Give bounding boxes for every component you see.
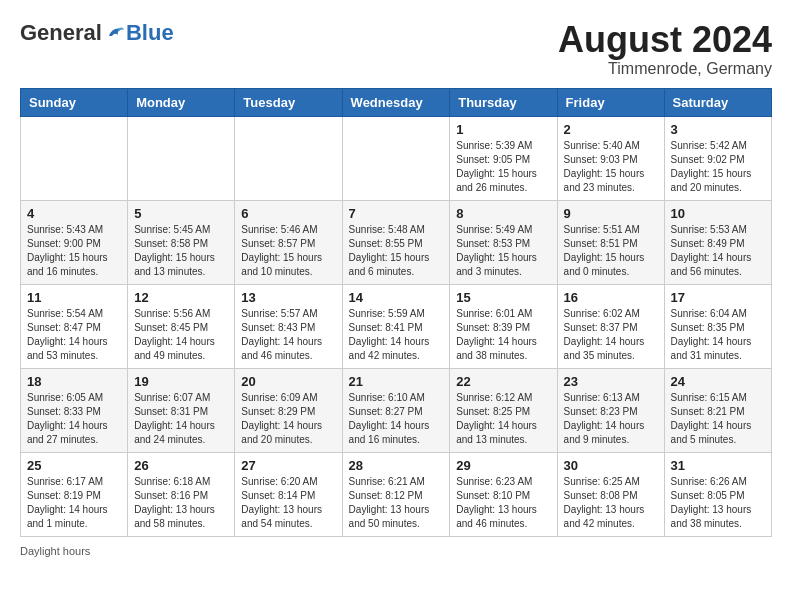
days-of-week-row: SundayMondayTuesdayWednesdayThursdayFrid… [21, 88, 772, 116]
day-info: Sunrise: 6:12 AM Sunset: 8:25 PM Dayligh… [456, 391, 550, 447]
month-year-title: August 2024 [558, 20, 772, 60]
day-number: 18 [27, 374, 121, 389]
calendar-cell: 14Sunrise: 5:59 AM Sunset: 8:41 PM Dayli… [342, 284, 450, 368]
page-header: General Blue August 2024 Timmenrode, Ger… [20, 20, 772, 78]
day-number: 29 [456, 458, 550, 473]
day-info: Sunrise: 5:53 AM Sunset: 8:49 PM Dayligh… [671, 223, 765, 279]
calendar-week-3: 11Sunrise: 5:54 AM Sunset: 8:47 PM Dayli… [21, 284, 772, 368]
day-info: Sunrise: 5:46 AM Sunset: 8:57 PM Dayligh… [241, 223, 335, 279]
day-info: Sunrise: 5:43 AM Sunset: 9:00 PM Dayligh… [27, 223, 121, 279]
day-info: Sunrise: 6:07 AM Sunset: 8:31 PM Dayligh… [134, 391, 228, 447]
calendar-cell: 20Sunrise: 6:09 AM Sunset: 8:29 PM Dayli… [235, 368, 342, 452]
day-info: Sunrise: 5:39 AM Sunset: 9:05 PM Dayligh… [456, 139, 550, 195]
day-number: 28 [349, 458, 444, 473]
logo-bird-icon [106, 24, 124, 42]
calendar-cell: 19Sunrise: 6:07 AM Sunset: 8:31 PM Dayli… [128, 368, 235, 452]
calendar-cell: 9Sunrise: 5:51 AM Sunset: 8:51 PM Daylig… [557, 200, 664, 284]
calendar-cell: 25Sunrise: 6:17 AM Sunset: 8:19 PM Dayli… [21, 452, 128, 536]
day-info: Sunrise: 6:26 AM Sunset: 8:05 PM Dayligh… [671, 475, 765, 531]
calendar-cell: 18Sunrise: 6:05 AM Sunset: 8:33 PM Dayli… [21, 368, 128, 452]
calendar-cell: 6Sunrise: 5:46 AM Sunset: 8:57 PM Daylig… [235, 200, 342, 284]
day-number: 26 [134, 458, 228, 473]
day-info: Sunrise: 5:57 AM Sunset: 8:43 PM Dayligh… [241, 307, 335, 363]
calendar-cell: 31Sunrise: 6:26 AM Sunset: 8:05 PM Dayli… [664, 452, 771, 536]
calendar-week-5: 25Sunrise: 6:17 AM Sunset: 8:19 PM Dayli… [21, 452, 772, 536]
day-number: 12 [134, 290, 228, 305]
day-info: Sunrise: 5:51 AM Sunset: 8:51 PM Dayligh… [564, 223, 658, 279]
daylight-hours-label: Daylight hours [20, 545, 90, 557]
day-info: Sunrise: 6:10 AM Sunset: 8:27 PM Dayligh… [349, 391, 444, 447]
day-number: 6 [241, 206, 335, 221]
day-info: Sunrise: 6:15 AM Sunset: 8:21 PM Dayligh… [671, 391, 765, 447]
day-number: 8 [456, 206, 550, 221]
calendar-cell: 7Sunrise: 5:48 AM Sunset: 8:55 PM Daylig… [342, 200, 450, 284]
day-number: 11 [27, 290, 121, 305]
logo-blue-text: Blue [126, 20, 174, 46]
day-number: 5 [134, 206, 228, 221]
day-number: 1 [456, 122, 550, 137]
day-of-week-wednesday: Wednesday [342, 88, 450, 116]
day-number: 10 [671, 206, 765, 221]
day-number: 20 [241, 374, 335, 389]
day-number: 31 [671, 458, 765, 473]
day-number: 3 [671, 122, 765, 137]
calendar-cell: 11Sunrise: 5:54 AM Sunset: 8:47 PM Dayli… [21, 284, 128, 368]
calendar-cell: 23Sunrise: 6:13 AM Sunset: 8:23 PM Dayli… [557, 368, 664, 452]
day-number: 27 [241, 458, 335, 473]
calendar-cell: 21Sunrise: 6:10 AM Sunset: 8:27 PM Dayli… [342, 368, 450, 452]
day-info: Sunrise: 6:18 AM Sunset: 8:16 PM Dayligh… [134, 475, 228, 531]
day-info: Sunrise: 6:23 AM Sunset: 8:10 PM Dayligh… [456, 475, 550, 531]
day-number: 17 [671, 290, 765, 305]
day-number: 19 [134, 374, 228, 389]
day-info: Sunrise: 5:45 AM Sunset: 8:58 PM Dayligh… [134, 223, 228, 279]
day-of-week-tuesday: Tuesday [235, 88, 342, 116]
logo: General Blue [20, 20, 174, 46]
calendar-cell: 27Sunrise: 6:20 AM Sunset: 8:14 PM Dayli… [235, 452, 342, 536]
day-number: 2 [564, 122, 658, 137]
calendar-cell: 13Sunrise: 5:57 AM Sunset: 8:43 PM Dayli… [235, 284, 342, 368]
calendar-cell: 16Sunrise: 6:02 AM Sunset: 8:37 PM Dayli… [557, 284, 664, 368]
calendar-cell: 28Sunrise: 6:21 AM Sunset: 8:12 PM Dayli… [342, 452, 450, 536]
day-of-week-monday: Monday [128, 88, 235, 116]
calendar-cell [342, 116, 450, 200]
calendar-cell [235, 116, 342, 200]
day-info: Sunrise: 5:49 AM Sunset: 8:53 PM Dayligh… [456, 223, 550, 279]
calendar-cell: 15Sunrise: 6:01 AM Sunset: 8:39 PM Dayli… [450, 284, 557, 368]
day-info: Sunrise: 5:56 AM Sunset: 8:45 PM Dayligh… [134, 307, 228, 363]
day-number: 9 [564, 206, 658, 221]
calendar-cell: 12Sunrise: 5:56 AM Sunset: 8:45 PM Dayli… [128, 284, 235, 368]
day-number: 7 [349, 206, 444, 221]
calendar-cell: 2Sunrise: 5:40 AM Sunset: 9:03 PM Daylig… [557, 116, 664, 200]
calendar-cell [21, 116, 128, 200]
day-of-week-saturday: Saturday [664, 88, 771, 116]
day-number: 24 [671, 374, 765, 389]
calendar-week-2: 4Sunrise: 5:43 AM Sunset: 9:00 PM Daylig… [21, 200, 772, 284]
day-number: 23 [564, 374, 658, 389]
day-of-week-friday: Friday [557, 88, 664, 116]
day-of-week-thursday: Thursday [450, 88, 557, 116]
day-info: Sunrise: 5:54 AM Sunset: 8:47 PM Dayligh… [27, 307, 121, 363]
day-info: Sunrise: 5:48 AM Sunset: 8:55 PM Dayligh… [349, 223, 444, 279]
day-info: Sunrise: 6:17 AM Sunset: 8:19 PM Dayligh… [27, 475, 121, 531]
day-number: 25 [27, 458, 121, 473]
day-info: Sunrise: 5:42 AM Sunset: 9:02 PM Dayligh… [671, 139, 765, 195]
day-number: 22 [456, 374, 550, 389]
calendar-header: SundayMondayTuesdayWednesdayThursdayFrid… [21, 88, 772, 116]
day-number: 30 [564, 458, 658, 473]
day-info: Sunrise: 6:01 AM Sunset: 8:39 PM Dayligh… [456, 307, 550, 363]
calendar-cell: 29Sunrise: 6:23 AM Sunset: 8:10 PM Dayli… [450, 452, 557, 536]
day-number: 14 [349, 290, 444, 305]
calendar-body: 1Sunrise: 5:39 AM Sunset: 9:05 PM Daylig… [21, 116, 772, 536]
calendar-cell: 17Sunrise: 6:04 AM Sunset: 8:35 PM Dayli… [664, 284, 771, 368]
calendar-week-1: 1Sunrise: 5:39 AM Sunset: 9:05 PM Daylig… [21, 116, 772, 200]
day-info: Sunrise: 6:25 AM Sunset: 8:08 PM Dayligh… [564, 475, 658, 531]
day-number: 15 [456, 290, 550, 305]
calendar-cell: 22Sunrise: 6:12 AM Sunset: 8:25 PM Dayli… [450, 368, 557, 452]
calendar-table: SundayMondayTuesdayWednesdayThursdayFrid… [20, 88, 772, 537]
day-number: 4 [27, 206, 121, 221]
calendar-cell: 3Sunrise: 5:42 AM Sunset: 9:02 PM Daylig… [664, 116, 771, 200]
day-info: Sunrise: 6:04 AM Sunset: 8:35 PM Dayligh… [671, 307, 765, 363]
title-section: August 2024 Timmenrode, Germany [558, 20, 772, 78]
day-info: Sunrise: 6:05 AM Sunset: 8:33 PM Dayligh… [27, 391, 121, 447]
calendar-cell: 5Sunrise: 5:45 AM Sunset: 8:58 PM Daylig… [128, 200, 235, 284]
